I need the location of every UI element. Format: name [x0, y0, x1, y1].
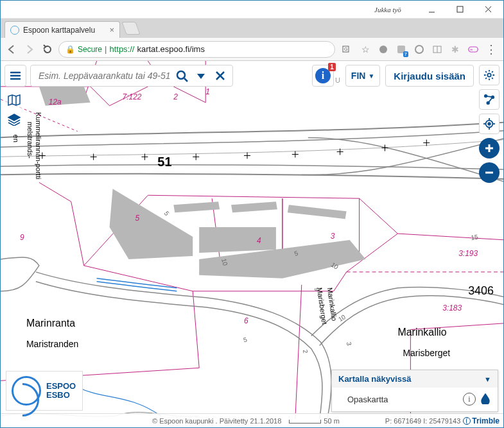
layers-panel-header[interactable]: Kartalla näkyvissä ▼ [332, 370, 498, 388]
nav-forward-button[interactable] [22, 42, 37, 56]
login-button[interactable]: Kirjaudu sisään [385, 65, 474, 87]
status-coords: P: 6671649 I: 25479143 [385, 417, 460, 425]
window-maximize-button[interactable] [446, 1, 474, 19]
svg-text:7:122: 7:122 [123, 92, 142, 101]
chevron-down-icon: ▼ [484, 375, 491, 383]
secure-label: Secure [78, 45, 102, 54]
vendor-logo: Trimble [463, 416, 500, 425]
logo-line2: ESBO [46, 391, 76, 400]
settings-button[interactable] [479, 65, 500, 85]
extension-icons: G ☆ 7 ✱ ∞ ⋮ [339, 44, 500, 55]
search-button[interactable] [172, 66, 191, 85]
measure-icon [483, 94, 495, 105]
svg-point-80 [487, 73, 491, 76]
svg-text:Marisberget: Marisberget [403, 348, 450, 358]
svg-text:9: 9 [20, 233, 24, 242]
svg-text:Maristranden: Maristranden [26, 339, 78, 349]
app-viewport: 51 12a 2 1 7:122 5 4 3 6 9 5 10 5 10 5 2… [1, 61, 503, 427]
svg-text:2: 2 [302, 349, 309, 354]
arrow-right-icon [24, 44, 35, 55]
tab-title: Espoon karttapalvelu [23, 26, 95, 35]
globe-icon [463, 417, 471, 425]
maximize-icon [456, 6, 464, 13]
url-prefix: https:// [109, 44, 134, 54]
close-icon [485, 6, 492, 13]
layers-stack-button[interactable] [4, 111, 24, 128]
layer-opacity-button[interactable] [480, 393, 491, 406]
addr-sep: | [105, 44, 107, 54]
svg-marker-74 [197, 74, 205, 79]
svg-rect-1 [457, 6, 463, 12]
nav-back-button[interactable] [4, 42, 19, 56]
layer-row[interactable]: Opaskartta i [332, 388, 498, 411]
tab-favicon [10, 26, 19, 35]
ext-icon-5[interactable]: ✱ [449, 44, 461, 55]
tab-close-button[interactable]: × [109, 25, 114, 35]
star-bookmark-button[interactable]: ☆ [360, 44, 371, 55]
search-input[interactable] [37, 70, 172, 81]
svg-text:Marinkallio: Marinkallio [397, 327, 446, 338]
ext-icon-4[interactable] [431, 44, 443, 55]
search-dropdown-button[interactable] [191, 66, 211, 85]
login-label: Kirjaudu sisään [394, 71, 465, 81]
svg-text:en: en [12, 135, 20, 142]
translate-ext-icon[interactable]: G [342, 44, 353, 55]
ext-icon-6[interactable]: ∞ [467, 44, 479, 55]
minimize-icon [428, 6, 435, 13]
svg-marker-33 [199, 227, 276, 253]
browser-tab[interactable]: Espoon karttapalvelu × [4, 21, 120, 38]
minus-icon [483, 167, 495, 178]
svg-point-85 [488, 123, 491, 125]
svg-point-6 [379, 46, 387, 53]
ext-icon-1[interactable] [378, 44, 389, 55]
window-close-button[interactable] [474, 1, 502, 19]
svg-marker-79 [8, 114, 20, 121]
svg-text:melstrands-: melstrands- [26, 122, 34, 159]
droplet-icon [480, 393, 491, 404]
search-clear-button[interactable] [211, 66, 230, 85]
svg-marker-32 [110, 189, 193, 259]
layer-info-button[interactable]: i [463, 393, 476, 406]
language-dropdown[interactable]: FIN ▼ [345, 65, 380, 87]
measure-button[interactable] [479, 89, 500, 110]
new-tab-button[interactable] [121, 22, 140, 35]
ext-icon-2[interactable]: 7 [395, 44, 407, 55]
svg-text:3: 3 [345, 341, 353, 347]
logo-line1: ESPOO [46, 382, 76, 391]
locate-button[interactable] [479, 114, 500, 134]
svg-text:3:183: 3:183 [442, 304, 462, 312]
svg-marker-37 [288, 205, 347, 219]
right-tool-column [479, 65, 500, 183]
zoom-out-button[interactable] [479, 162, 500, 183]
browser-menu-button[interactable]: ⋮ [485, 44, 497, 55]
map-fold-icon [7, 94, 21, 107]
address-bar[interactable]: 🔒 Secure | https://kartat.espoo.fi/ims [58, 41, 335, 58]
svg-marker-35 [173, 201, 220, 212]
nav-reload-button[interactable] [40, 42, 55, 56]
svg-text:G: G [344, 47, 347, 51]
map-road-number: 51 [157, 155, 171, 169]
ext-icon-3[interactable] [413, 44, 425, 55]
status-scale: 50 m [289, 417, 339, 425]
menu-button[interactable] [4, 65, 26, 87]
plus-icon [483, 142, 495, 154]
notifications-badge: 1 [328, 63, 336, 71]
svg-point-72 [177, 71, 185, 79]
left-tool-column [4, 92, 24, 128]
info-button[interactable]: i 1 [312, 65, 334, 87]
svg-text:2: 2 [173, 92, 178, 101]
layers-panel: Kartalla näkyvissä ▼ Opaskartta i [331, 370, 498, 412]
svg-point-8 [415, 46, 423, 53]
svg-text:6: 6 [244, 316, 248, 325]
svg-text:4: 4 [257, 236, 261, 245]
chevron-down-icon [195, 69, 207, 82]
status-copyright: © Espoon kaupunki . Päivitetty 21.1.2018 [152, 417, 281, 425]
svg-text:1: 1 [205, 87, 210, 96]
svg-line-73 [184, 78, 187, 81]
zoom-in-button[interactable] [479, 138, 500, 158]
layers-mapview-button[interactable] [4, 92, 24, 108]
window-minimize-button[interactable] [417, 1, 446, 19]
svg-text:12a: 12a [49, 98, 62, 107]
svg-text:Marisberget: Marisberget [316, 287, 329, 325]
language-label: FIN [351, 71, 366, 81]
